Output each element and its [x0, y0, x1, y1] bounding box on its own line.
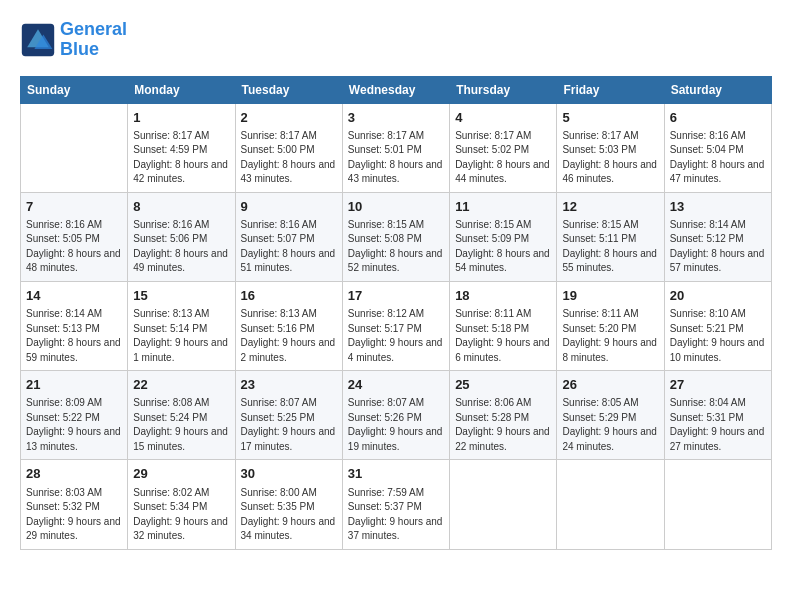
day-info: Sunrise: 8:15 AMSunset: 5:08 PMDaylight:… [348, 218, 444, 276]
day-cell: 11Sunrise: 8:15 AMSunset: 5:09 PMDayligh… [450, 192, 557, 281]
day-cell: 4Sunrise: 8:17 AMSunset: 5:02 PMDaylight… [450, 103, 557, 192]
day-number: 1 [133, 109, 229, 127]
day-cell: 1Sunrise: 8:17 AMSunset: 4:59 PMDaylight… [128, 103, 235, 192]
header-row: SundayMondayTuesdayWednesdayThursdayFrid… [21, 76, 772, 103]
day-info: Sunrise: 8:16 AMSunset: 5:06 PMDaylight:… [133, 218, 229, 276]
day-info: Sunrise: 8:11 AMSunset: 5:18 PMDaylight:… [455, 307, 551, 365]
day-cell: 16Sunrise: 8:13 AMSunset: 5:16 PMDayligh… [235, 281, 342, 370]
day-info: Sunrise: 8:17 AMSunset: 5:01 PMDaylight:… [348, 129, 444, 187]
page-header: General Blue [20, 20, 772, 60]
day-number: 28 [26, 465, 122, 483]
week-row-2: 7Sunrise: 8:16 AMSunset: 5:05 PMDaylight… [21, 192, 772, 281]
day-number: 10 [348, 198, 444, 216]
day-header-tuesday: Tuesday [235, 76, 342, 103]
day-cell [664, 460, 771, 549]
day-number: 20 [670, 287, 766, 305]
day-number: 5 [562, 109, 658, 127]
day-info: Sunrise: 8:11 AMSunset: 5:20 PMDaylight:… [562, 307, 658, 365]
day-cell: 26Sunrise: 8:05 AMSunset: 5:29 PMDayligh… [557, 371, 664, 460]
day-info: Sunrise: 8:07 AMSunset: 5:26 PMDaylight:… [348, 396, 444, 454]
day-cell: 22Sunrise: 8:08 AMSunset: 5:24 PMDayligh… [128, 371, 235, 460]
day-cell: 31Sunrise: 7:59 AMSunset: 5:37 PMDayligh… [342, 460, 449, 549]
day-info: Sunrise: 8:17 AMSunset: 4:59 PMDaylight:… [133, 129, 229, 187]
day-cell: 14Sunrise: 8:14 AMSunset: 5:13 PMDayligh… [21, 281, 128, 370]
day-info: Sunrise: 8:15 AMSunset: 5:09 PMDaylight:… [455, 218, 551, 276]
day-number: 25 [455, 376, 551, 394]
logo: General Blue [20, 20, 127, 60]
day-cell: 3Sunrise: 8:17 AMSunset: 5:01 PMDaylight… [342, 103, 449, 192]
calendar-table: SundayMondayTuesdayWednesdayThursdayFrid… [20, 76, 772, 550]
day-info: Sunrise: 8:08 AMSunset: 5:24 PMDaylight:… [133, 396, 229, 454]
day-cell: 2Sunrise: 8:17 AMSunset: 5:00 PMDaylight… [235, 103, 342, 192]
day-cell: 20Sunrise: 8:10 AMSunset: 5:21 PMDayligh… [664, 281, 771, 370]
day-number: 13 [670, 198, 766, 216]
day-number: 12 [562, 198, 658, 216]
day-info: Sunrise: 8:14 AMSunset: 5:13 PMDaylight:… [26, 307, 122, 365]
day-info: Sunrise: 8:12 AMSunset: 5:17 PMDaylight:… [348, 307, 444, 365]
day-number: 11 [455, 198, 551, 216]
week-row-1: 1Sunrise: 8:17 AMSunset: 4:59 PMDaylight… [21, 103, 772, 192]
day-number: 2 [241, 109, 337, 127]
day-number: 19 [562, 287, 658, 305]
day-header-sunday: Sunday [21, 76, 128, 103]
day-cell: 15Sunrise: 8:13 AMSunset: 5:14 PMDayligh… [128, 281, 235, 370]
day-header-thursday: Thursday [450, 76, 557, 103]
day-cell: 10Sunrise: 8:15 AMSunset: 5:08 PMDayligh… [342, 192, 449, 281]
day-number: 7 [26, 198, 122, 216]
day-header-monday: Monday [128, 76, 235, 103]
day-number: 27 [670, 376, 766, 394]
day-number: 18 [455, 287, 551, 305]
day-info: Sunrise: 8:16 AMSunset: 5:04 PMDaylight:… [670, 129, 766, 187]
day-header-saturday: Saturday [664, 76, 771, 103]
day-cell: 19Sunrise: 8:11 AMSunset: 5:20 PMDayligh… [557, 281, 664, 370]
logo-text: General Blue [60, 20, 127, 60]
day-number: 29 [133, 465, 229, 483]
day-cell [21, 103, 128, 192]
week-row-5: 28Sunrise: 8:03 AMSunset: 5:32 PMDayligh… [21, 460, 772, 549]
day-info: Sunrise: 8:14 AMSunset: 5:12 PMDaylight:… [670, 218, 766, 276]
day-cell: 18Sunrise: 8:11 AMSunset: 5:18 PMDayligh… [450, 281, 557, 370]
logo-icon [20, 22, 56, 58]
day-cell: 23Sunrise: 8:07 AMSunset: 5:25 PMDayligh… [235, 371, 342, 460]
day-info: Sunrise: 8:06 AMSunset: 5:28 PMDaylight:… [455, 396, 551, 454]
day-number: 22 [133, 376, 229, 394]
day-cell: 5Sunrise: 8:17 AMSunset: 5:03 PMDaylight… [557, 103, 664, 192]
day-cell: 7Sunrise: 8:16 AMSunset: 5:05 PMDaylight… [21, 192, 128, 281]
day-info: Sunrise: 8:13 AMSunset: 5:14 PMDaylight:… [133, 307, 229, 365]
day-cell: 17Sunrise: 8:12 AMSunset: 5:17 PMDayligh… [342, 281, 449, 370]
day-number: 4 [455, 109, 551, 127]
day-info: Sunrise: 7:59 AMSunset: 5:37 PMDaylight:… [348, 486, 444, 544]
day-header-wednesday: Wednesday [342, 76, 449, 103]
day-info: Sunrise: 8:05 AMSunset: 5:29 PMDaylight:… [562, 396, 658, 454]
day-cell: 13Sunrise: 8:14 AMSunset: 5:12 PMDayligh… [664, 192, 771, 281]
day-info: Sunrise: 8:10 AMSunset: 5:21 PMDaylight:… [670, 307, 766, 365]
day-cell: 21Sunrise: 8:09 AMSunset: 5:22 PMDayligh… [21, 371, 128, 460]
day-info: Sunrise: 8:16 AMSunset: 5:07 PMDaylight:… [241, 218, 337, 276]
day-info: Sunrise: 8:04 AMSunset: 5:31 PMDaylight:… [670, 396, 766, 454]
day-number: 15 [133, 287, 229, 305]
day-cell [450, 460, 557, 549]
day-cell: 9Sunrise: 8:16 AMSunset: 5:07 PMDaylight… [235, 192, 342, 281]
day-cell: 28Sunrise: 8:03 AMSunset: 5:32 PMDayligh… [21, 460, 128, 549]
day-number: 24 [348, 376, 444, 394]
day-info: Sunrise: 8:02 AMSunset: 5:34 PMDaylight:… [133, 486, 229, 544]
day-header-friday: Friday [557, 76, 664, 103]
day-info: Sunrise: 8:03 AMSunset: 5:32 PMDaylight:… [26, 486, 122, 544]
day-cell: 30Sunrise: 8:00 AMSunset: 5:35 PMDayligh… [235, 460, 342, 549]
day-cell: 8Sunrise: 8:16 AMSunset: 5:06 PMDaylight… [128, 192, 235, 281]
day-cell: 25Sunrise: 8:06 AMSunset: 5:28 PMDayligh… [450, 371, 557, 460]
day-cell [557, 460, 664, 549]
day-number: 23 [241, 376, 337, 394]
day-info: Sunrise: 8:16 AMSunset: 5:05 PMDaylight:… [26, 218, 122, 276]
day-info: Sunrise: 8:17 AMSunset: 5:03 PMDaylight:… [562, 129, 658, 187]
day-number: 9 [241, 198, 337, 216]
day-cell: 6Sunrise: 8:16 AMSunset: 5:04 PMDaylight… [664, 103, 771, 192]
day-info: Sunrise: 8:15 AMSunset: 5:11 PMDaylight:… [562, 218, 658, 276]
day-cell: 29Sunrise: 8:02 AMSunset: 5:34 PMDayligh… [128, 460, 235, 549]
day-number: 30 [241, 465, 337, 483]
day-info: Sunrise: 8:09 AMSunset: 5:22 PMDaylight:… [26, 396, 122, 454]
day-info: Sunrise: 8:00 AMSunset: 5:35 PMDaylight:… [241, 486, 337, 544]
day-number: 26 [562, 376, 658, 394]
day-info: Sunrise: 8:17 AMSunset: 5:02 PMDaylight:… [455, 129, 551, 187]
day-number: 6 [670, 109, 766, 127]
